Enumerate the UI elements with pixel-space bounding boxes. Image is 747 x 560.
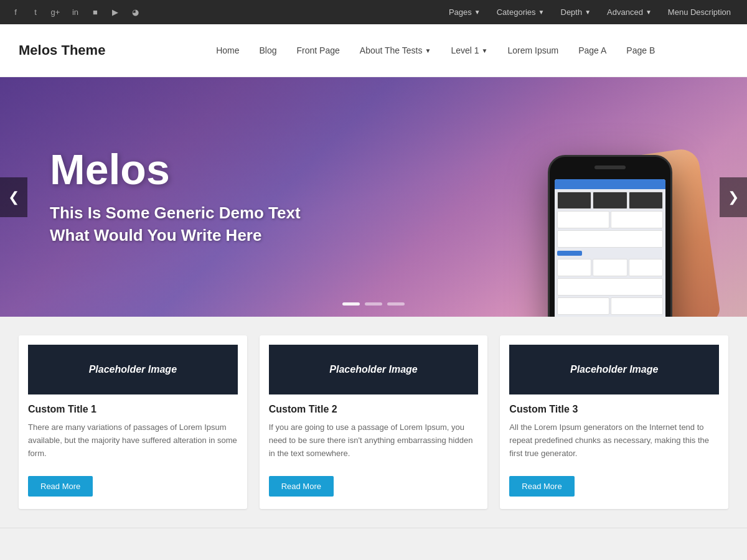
phone-screen xyxy=(555,179,665,317)
card-3-read-more-button[interactable]: Read More xyxy=(509,476,574,497)
nav-front-page[interactable]: Front Page xyxy=(287,40,350,60)
phone-card xyxy=(557,297,609,315)
phone-card xyxy=(629,192,663,209)
rss-icon[interactable]: ◕ xyxy=(129,7,141,18)
top-bar: f t g+ in ■ ▶ ◕ Pages ▼ Categories ▼ Dep… xyxy=(0,0,747,24)
youtube-icon[interactable]: ▶ xyxy=(110,7,121,18)
site-header: Melos Theme Home Blog Front Page About T… xyxy=(0,24,747,77)
social-icons-group: f t g+ in ■ ▶ ◕ xyxy=(10,7,141,18)
chevron-down-icon: ▼ xyxy=(425,47,431,54)
hero-title: Melos xyxy=(50,147,301,190)
google-plus-icon[interactable]: g+ xyxy=(50,7,61,18)
phone-row xyxy=(557,278,663,296)
phone-card xyxy=(557,230,663,248)
phone-screen-header xyxy=(555,179,665,189)
phone-row xyxy=(557,230,663,248)
phone-row xyxy=(557,297,663,315)
phone-row xyxy=(557,259,663,276)
phone-card xyxy=(557,259,591,276)
card-1-description: There are many variations of passages of… xyxy=(28,421,238,460)
card-2: Placeholder Image Custom Title 2 If you … xyxy=(260,335,488,509)
top-nav-categories[interactable]: Categories ▼ xyxy=(491,5,551,19)
phone-device xyxy=(548,155,672,317)
slider-prev-arrow[interactable]: ❮ xyxy=(0,177,27,217)
cards-section: Placeholder Image Custom Title 1 There a… xyxy=(0,317,747,528)
card-2-image: Placeholder Image xyxy=(269,345,479,394)
nav-page-b[interactable]: Page B xyxy=(616,40,665,60)
footer-line xyxy=(0,528,747,553)
slider-dot-1[interactable] xyxy=(342,302,360,306)
site-title[interactable]: Melos Theme xyxy=(19,42,105,58)
nav-page-a[interactable]: Page A xyxy=(568,40,616,60)
card-1-placeholder: Placeholder Image xyxy=(89,364,177,375)
slider-dots xyxy=(342,302,405,306)
hero-subtitle: This Is Some Generic Demo Text What Woul… xyxy=(50,201,301,246)
nav-level1[interactable]: Level 1 ▼ xyxy=(441,40,497,60)
top-nav-group: Pages ▼ Categories ▼ Depth ▼ Advanced ▼ … xyxy=(443,5,737,19)
slider-dot-2[interactable] xyxy=(365,302,382,306)
card-2-title: Custom Title 2 xyxy=(269,404,479,415)
chevron-down-icon: ▼ xyxy=(585,9,591,16)
card-2-placeholder: Placeholder Image xyxy=(329,364,417,375)
top-nav-depth[interactable]: Depth ▼ xyxy=(555,5,598,19)
main-navigation: Home Blog Front Page About The Tests ▼ L… xyxy=(143,40,728,60)
phone-card xyxy=(593,259,627,276)
card-1: Placeholder Image Custom Title 1 There a… xyxy=(19,335,247,509)
phone-card xyxy=(611,297,663,315)
phone-row xyxy=(557,211,663,228)
phone-card xyxy=(557,211,609,228)
phone-card xyxy=(629,259,663,276)
chevron-down-icon: ▼ xyxy=(646,9,652,16)
card-1-image: Placeholder Image xyxy=(28,345,238,394)
twitter-icon[interactable]: t xyxy=(30,7,41,18)
nav-about-tests[interactable]: About The Tests ▼ xyxy=(350,40,441,60)
chevron-down-icon: ▼ xyxy=(474,9,481,16)
hero-slider: Melos This Is Some Generic Demo Text Wha… xyxy=(0,77,747,317)
nav-blog[interactable]: Blog xyxy=(250,40,287,60)
instagram-icon[interactable]: ■ xyxy=(90,7,101,18)
card-1-read-more-button[interactable]: Read More xyxy=(28,476,93,497)
phone-hand-mockup xyxy=(548,142,722,317)
top-nav-menu-description[interactable]: Menu Description xyxy=(662,5,737,19)
card-1-title: Custom Title 1 xyxy=(28,404,238,415)
chevron-down-icon: ▼ xyxy=(482,47,488,54)
card-2-body: Custom Title 2 If you are going to use a… xyxy=(260,394,488,476)
phone-screen-content xyxy=(555,189,665,317)
phone-row xyxy=(557,192,663,209)
phone-card xyxy=(611,211,663,228)
phone-card xyxy=(593,192,627,209)
phone-speaker xyxy=(594,166,626,169)
card-3-description: All the Lorem Ipsum generators on the In… xyxy=(509,421,719,460)
top-nav-advanced[interactable]: Advanced ▼ xyxy=(601,5,658,19)
facebook-icon[interactable]: f xyxy=(10,7,21,18)
phone-button-element xyxy=(557,251,582,256)
phone-body xyxy=(548,155,672,317)
slider-dot-3[interactable] xyxy=(387,302,405,306)
slider-next-arrow[interactable]: ❯ xyxy=(720,177,747,217)
card-1-body: Custom Title 1 There are many variations… xyxy=(19,394,247,476)
card-3-body: Custom Title 3 All the Lorem Ipsum gener… xyxy=(500,394,728,476)
card-2-description: If you are going to use a passage of Lor… xyxy=(269,421,479,460)
nav-home[interactable]: Home xyxy=(206,40,249,60)
linkedin-icon[interactable]: in xyxy=(70,7,81,18)
hero-content: Melos This Is Some Generic Demo Text Wha… xyxy=(50,147,301,246)
card-2-read-more-button[interactable]: Read More xyxy=(269,476,334,497)
nav-lorem-ipsum[interactable]: Lorem Ipsum xyxy=(497,40,568,60)
chevron-down-icon: ▼ xyxy=(538,9,545,16)
card-3-title: Custom Title 3 xyxy=(509,404,719,415)
card-3-image: Placeholder Image xyxy=(509,345,719,394)
top-nav-pages[interactable]: Pages ▼ xyxy=(443,5,487,19)
phone-card xyxy=(557,192,591,209)
card-3-placeholder: Placeholder Image xyxy=(570,364,658,375)
card-3: Placeholder Image Custom Title 3 All the… xyxy=(500,335,728,509)
phone-card xyxy=(557,278,663,296)
